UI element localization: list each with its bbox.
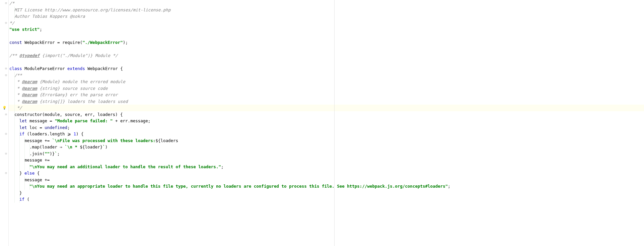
fold-toggle[interactable]: ⊟	[4, 67, 8, 70]
code-line[interactable]: let loc = undefined;	[9, 124, 644, 131]
fold-toggle[interactable]: ⊟	[4, 74, 8, 77]
code-line[interactable]: class ModuleParseError extends WebpackEr…	[9, 65, 644, 72]
code-line[interactable]: /** @typedef {import("./Module")} Module…	[9, 52, 644, 59]
fold-toggle[interactable]: ⊟	[4, 152, 8, 156]
intention-bulb-icon[interactable]: 💡	[1, 105, 7, 111]
code-line[interactable]: const WebpackError = require("./WebpackE…	[9, 39, 644, 46]
fold-toggle[interactable]: ⊟	[4, 113, 8, 116]
code-area[interactable]: /*MIT License http://www.opensource.org/…	[9, 0, 644, 246]
code-line[interactable]: } else {	[9, 170, 644, 177]
code-line[interactable]: */	[9, 20, 644, 26]
code-line[interactable]: .join("")}`;	[9, 150, 644, 157]
code-line[interactable]: message += `\nFile was processed with th…	[9, 137, 644, 144]
code-line[interactable]	[9, 33, 644, 40]
code-line[interactable]: .map(loader ⇒ `\n * ${loader}`)	[9, 144, 644, 150]
code-line[interactable]	[9, 59, 644, 66]
code-line[interactable]: MIT License http://www.opensource.org/li…	[9, 7, 644, 13]
code-line[interactable]: * @param {string} source source code	[9, 85, 644, 92]
code-line[interactable]: "use strict";	[9, 26, 644, 33]
code-line[interactable]: /*	[9, 0, 644, 7]
fold-toggle[interactable]: ⊟	[4, 21, 8, 25]
code-line[interactable]: * @param {Module} module the errored mod…	[9, 78, 644, 85]
code-line[interactable]: if (	[9, 196, 644, 203]
code-line[interactable]: message +=	[9, 157, 644, 164]
code-line[interactable]: if (loaders.length ⩾ 1) {	[9, 131, 644, 137]
code-line[interactable]: "\nYou may need an additional loader to …	[9, 164, 644, 170]
fold-toggle[interactable]: ⊟	[4, 172, 8, 175]
code-line[interactable]: constructor(module, source, err, loaders…	[9, 111, 644, 118]
code-line[interactable]: message +=	[9, 177, 644, 183]
code-line[interactable]: * @param {Error&any} err the parse error	[9, 91, 644, 98]
code-line[interactable]: "\nYou may need an appropriate loader to…	[9, 183, 644, 190]
code-line[interactable]: /**	[9, 72, 644, 79]
code-line[interactable]: * @param {string[]} loaders the loaders …	[9, 98, 644, 105]
fold-toggle[interactable]: ⊟	[4, 2, 8, 5]
code-line[interactable]: */	[9, 105, 644, 111]
gutter: ⊟⊟⊟⊟💡⊟⊟⊟⊟	[0, 0, 9, 246]
code-line[interactable]: }	[9, 190, 644, 196]
code-line[interactable]: let message = "Module parse failed: " + …	[9, 118, 644, 124]
code-line[interactable]: Author Tobias Koppers @sokra	[9, 13, 644, 20]
code-editor: ⊟⊟⊟⊟💡⊟⊟⊟⊟ /*MIT License http://www.opens…	[0, 0, 644, 246]
code-line[interactable]	[9, 46, 644, 53]
fold-toggle[interactable]: ⊟	[4, 132, 8, 136]
